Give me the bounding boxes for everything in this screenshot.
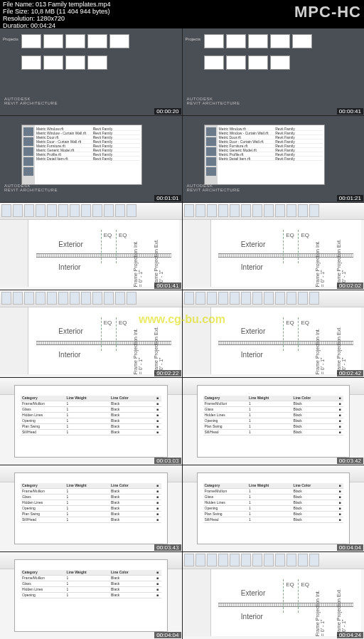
recent-tile[interactable] <box>87 34 107 48</box>
places-icon[interactable] <box>23 137 33 146</box>
recent-tile[interactable] <box>226 34 246 48</box>
ribbon[interactable] <box>183 203 365 220</box>
thumb-9[interactable]: CategoryLine WeightLine Color■ Frame/Mul… <box>0 378 182 465</box>
ref-plane[interactable] <box>283 230 284 263</box>
param-table[interactable]: CategoryLine WeightLine Color■ Frame/Mul… <box>21 570 161 598</box>
ribbon-button[interactable] <box>218 204 228 217</box>
ribbon-button[interactable] <box>207 554 217 566</box>
ribbon-button[interactable] <box>264 292 274 305</box>
ribbon-button[interactable] <box>184 292 194 305</box>
recent-tile[interactable] <box>43 56 63 70</box>
ribbon-button[interactable] <box>115 292 125 305</box>
places-icon[interactable] <box>206 157 216 166</box>
ribbon-button[interactable] <box>309 204 319 217</box>
ref-plane[interactable] <box>101 317 102 351</box>
ribbon-button[interactable] <box>241 204 251 217</box>
object-styles-dialog[interactable]: CategoryLine WeightLine Color■ Frame/Mul… <box>14 559 168 632</box>
ribbon-button[interactable] <box>24 292 34 305</box>
ref-plane[interactable] <box>298 579 299 613</box>
ribbon-button[interactable] <box>81 204 91 217</box>
recent-tile[interactable] <box>226 56 246 70</box>
properties-panel[interactable] <box>183 307 211 374</box>
ribbon-button[interactable] <box>196 204 205 217</box>
thumb-4[interactable]: Metric Window.rftRevit Family Metric Win… <box>183 116 365 203</box>
ribbon-button[interactable] <box>252 292 262 305</box>
ribbon-button[interactable] <box>287 292 296 305</box>
ribbon-button[interactable] <box>47 204 57 217</box>
ribbon[interactable] <box>0 290 182 307</box>
recent-tile[interactable] <box>65 56 85 70</box>
ribbon-button[interactable] <box>47 292 57 305</box>
thumb-8[interactable]: Exterior Interior EQ EQ Frame Projection… <box>183 290 365 377</box>
param-table[interactable]: CategoryLine WeightLine Color■ Frame/Mul… <box>21 396 161 435</box>
ribbon-button[interactable] <box>275 204 285 217</box>
ribbon-button[interactable] <box>309 292 319 305</box>
thumb-10[interactable]: CategoryLine WeightLine Color■ Frame/Mul… <box>183 378 365 465</box>
thumb-2[interactable]: Projects AUTODESK REVIT ARCHITECTURE 00:… <box>183 28 365 115</box>
ribbon-button[interactable] <box>218 554 228 566</box>
recent-tile[interactable] <box>204 34 224 48</box>
drawing-canvas[interactable]: Exterior Interior EQ EQ Frame Projection… <box>211 569 362 636</box>
ribbon-button[interactable] <box>36 292 46 305</box>
properties-panel[interactable] <box>0 307 28 374</box>
ribbon-button[interactable] <box>275 554 285 566</box>
ribbon-button[interactable] <box>1 204 11 217</box>
ribbon-button[interactable] <box>298 204 308 217</box>
ref-plane[interactable] <box>298 230 299 263</box>
ref-plane[interactable] <box>283 579 284 613</box>
ribbon[interactable] <box>0 203 182 220</box>
ribbon-button[interactable] <box>252 204 262 217</box>
thumb-14[interactable]: Exterior Interior EQ EQ Frame Projection… <box>183 552 365 639</box>
ribbon-button[interactable] <box>58 292 68 305</box>
ribbon-button[interactable] <box>92 292 102 305</box>
open-file-dialog[interactable]: Metric Window.rftRevit Family Metric Win… <box>204 125 325 185</box>
drawing-canvas[interactable]: Exterior Interior EQ EQ Frame Projection… <box>28 307 179 374</box>
object-styles-dialog[interactable]: CategoryLine WeightLine Color■ Frame/Mul… <box>197 385 350 458</box>
ribbon-button[interactable] <box>24 204 34 217</box>
ribbon-button[interactable] <box>230 204 240 217</box>
recent-tile[interactable] <box>65 34 85 48</box>
drawing-canvas[interactable]: Exterior Interior EQ EQ Frame Projection… <box>211 307 362 374</box>
param-table[interactable]: CategoryLine WeightLine Color■ Frame/Mul… <box>203 396 344 435</box>
ribbon-button[interactable] <box>218 292 228 305</box>
places-icon[interactable] <box>23 147 33 156</box>
thumb-1[interactable]: Projects AUTODESK REVIT ARCHITECTURE 00:… <box>0 28 182 115</box>
thumb-11[interactable]: CategoryLine WeightLine Color■ Frame/Mul… <box>0 465 182 552</box>
ribbon-button[interactable] <box>81 292 91 305</box>
ribbon-button[interactable] <box>36 204 46 217</box>
ribbon[interactable] <box>183 552 365 569</box>
ribbon-button[interactable] <box>104 204 114 217</box>
object-styles-dialog[interactable]: CategoryLine WeightLine Color■ Frame/Mul… <box>14 385 168 458</box>
thumb-5[interactable]: Exterior Interior EQ EQ Frame Projection… <box>0 203 182 290</box>
ribbon-button[interactable] <box>230 292 240 305</box>
ribbon-button[interactable] <box>298 292 308 305</box>
places-icon[interactable] <box>23 167 33 176</box>
recent-tile[interactable] <box>248 56 268 70</box>
recent-tile[interactable] <box>270 56 290 70</box>
open-file-dialog[interactable]: Metric Window.rftRevit Family Metric Win… <box>21 125 142 185</box>
drawing-canvas[interactable]: Exterior Interior EQ EQ Frame Projection… <box>211 220 362 287</box>
thumb-12[interactable]: CategoryLine WeightLine Color■ Frame/Mul… <box>183 465 365 552</box>
recent-tile[interactable] <box>21 34 41 48</box>
properties-panel[interactable] <box>183 220 211 287</box>
ribbon-button[interactable] <box>264 204 274 217</box>
ribbon-button[interactable] <box>287 204 296 217</box>
recent-tile[interactable] <box>21 56 41 70</box>
ribbon-button[interactable] <box>207 204 217 217</box>
thumb-3[interactable]: Metric Window.rftRevit Family Metric Win… <box>0 116 182 203</box>
ribbon[interactable] <box>183 290 365 307</box>
recent-tile[interactable] <box>43 34 63 48</box>
ribbon-button[interactable] <box>13 292 23 305</box>
ribbon-button[interactable] <box>13 204 23 217</box>
places-icon[interactable] <box>206 127 216 136</box>
recent-tile[interactable] <box>248 34 268 48</box>
thumb-6[interactable]: Exterior Interior EQ EQ Frame Projection… <box>183 203 365 290</box>
ribbon-button[interactable] <box>70 292 80 305</box>
file-list[interactable]: Metric Window.rftRevit Family Metric Win… <box>218 125 324 184</box>
places-icon[interactable] <box>206 147 216 156</box>
ref-plane[interactable] <box>283 317 284 351</box>
properties-panel[interactable] <box>0 220 28 287</box>
recent-tile[interactable] <box>204 56 224 70</box>
places-icon[interactable] <box>23 157 33 166</box>
ribbon-button[interactable] <box>207 292 217 305</box>
